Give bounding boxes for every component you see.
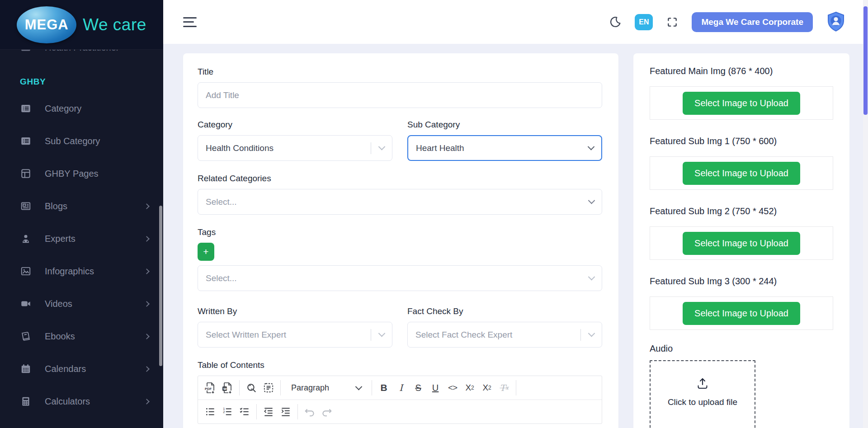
window-scrollbar[interactable]	[863, 0, 868, 428]
related-categories-select[interactable]: Select...	[198, 189, 602, 215]
fact-check-by-label: Fact Check By	[407, 306, 602, 316]
subscript-button[interactable]: X2	[461, 379, 478, 396]
featured-sub-img3-dropzone[interactable]: Select Image to Upload	[650, 296, 833, 330]
sidebar-item-ebooks[interactable]: Ebooks	[0, 320, 163, 353]
strikethrough-button[interactable]: S	[410, 379, 427, 396]
fact-check-by-select[interactable]: Select Fact Check Expert	[407, 322, 602, 348]
window-scrollbar-thumb[interactable]	[863, 6, 868, 115]
sidebar: Health Practitioner GHBY Category Sub Ca…	[0, 0, 163, 428]
svg-text:2: 2	[223, 410, 225, 414]
bold-button[interactable]: B	[375, 379, 392, 396]
calendar-icon	[20, 363, 32, 375]
audio-label: Audio	[650, 343, 833, 354]
italic-button[interactable]: I	[392, 379, 410, 396]
featured-sub-img2-label: Featured Sub Img 2 (750 * 452)	[650, 206, 833, 216]
select-image-upload-button[interactable]: Select Image to Upload	[683, 232, 800, 255]
sidebar-section-ghby: GHBY	[20, 77, 46, 87]
list-card-icon	[20, 135, 32, 147]
add-tag-button[interactable]: +	[198, 243, 214, 261]
select-all-icon[interactable]	[260, 379, 277, 396]
indent-icon[interactable]	[277, 403, 294, 420]
export-pdf-icon[interactable]: PDF	[202, 379, 219, 396]
fact-check-by-placeholder: Select Fact Check Expert	[415, 330, 512, 340]
chevron-right-icon	[144, 268, 150, 274]
tags-label: Tags	[198, 227, 602, 237]
select-image-upload-button[interactable]: Select Image to Upload	[683, 162, 800, 185]
written-by-select[interactable]: Select Written Expert	[198, 322, 392, 348]
tenant-button[interactable]: Mega We Care Corporate	[692, 12, 813, 32]
chevron-right-icon	[144, 203, 150, 209]
toolbar-divider	[516, 380, 516, 395]
chevron-right-icon	[144, 236, 150, 242]
fullscreen-icon[interactable]	[665, 15, 679, 29]
sidebar-item-blogs[interactable]: Blogs	[0, 190, 163, 222]
related-categories-placeholder: Select...	[206, 197, 237, 207]
bullet-list-icon[interactable]	[202, 403, 219, 420]
sidebar-item-calculators[interactable]: Calculators	[0, 385, 163, 418]
toolbar-divider	[256, 404, 257, 419]
sidebar-menu: Category Sub Category GHBY Pages Blogs	[0, 92, 163, 418]
title-input[interactable]	[198, 82, 602, 108]
audio-upload-dropzone[interactable]: Click to upload file	[650, 360, 755, 428]
featured-sub-img1-dropzone[interactable]: Select Image to Upload	[650, 156, 833, 190]
sidebar-item-label: GHBY Pages	[45, 169, 99, 179]
sidebar-item-infographics[interactable]: Infographics	[0, 255, 163, 287]
category-select[interactable]: Health Conditions	[198, 135, 392, 161]
language-badge[interactable]: EN	[635, 14, 653, 30]
redo-icon[interactable]	[318, 403, 335, 420]
underline-button[interactable]: U	[427, 379, 444, 396]
sub-category-select[interactable]: Heart Health	[407, 135, 602, 161]
clear-formatting-button[interactable]: Tx	[495, 379, 513, 396]
featured-main-img-dropzone[interactable]: Select Image to Upload	[650, 86, 833, 120]
check-list-icon[interactable]	[236, 403, 253, 420]
category-label: Category	[198, 120, 392, 130]
code-button[interactable]: <>	[444, 379, 461, 396]
select-image-upload-button[interactable]: Select Image to Upload	[683, 302, 800, 325]
table-of-contents-label: Table of Contents	[198, 360, 602, 370]
sidebar-item-label: Experts	[45, 234, 75, 244]
toolbar-divider	[297, 404, 298, 419]
find-replace-icon[interactable]	[243, 379, 260, 396]
image-icon	[20, 265, 32, 277]
sidebar-item-label: Blogs	[45, 201, 67, 212]
svg-text:PDF: PDF	[205, 387, 212, 391]
sidebar-item-label: Category	[45, 103, 81, 114]
book-icon	[20, 330, 32, 342]
chevron-down-icon	[587, 143, 594, 151]
sidebar-scrollbar-thumb[interactable]	[159, 206, 162, 366]
menu-toggle-icon[interactable]	[183, 17, 197, 27]
user-avatar-shield-icon[interactable]	[826, 11, 846, 33]
outdent-icon[interactable]	[260, 403, 277, 420]
newspaper-icon	[20, 200, 32, 212]
sidebar-item-experts[interactable]: Experts	[0, 222, 163, 255]
numbered-list-icon[interactable]: 12	[219, 403, 236, 420]
export-word-icon[interactable]: W	[219, 379, 236, 396]
sub-category-label: Sub Category	[407, 120, 602, 130]
mega-logo-oval: MEGA	[17, 6, 76, 43]
sidebar-item-label: Videos	[45, 299, 72, 309]
sidebar-item-category[interactable]: Category	[0, 92, 163, 125]
chevron-down-icon	[588, 273, 595, 281]
sidebar-item-ghby-pages[interactable]: GHBY Pages	[0, 157, 163, 190]
sidebar-item-calendars[interactable]: Calendars	[0, 353, 163, 385]
chevron-right-icon	[144, 334, 150, 339]
paragraph-style-value: Paragraph	[291, 383, 329, 393]
sidebar-item-sub-category[interactable]: Sub Category	[0, 125, 163, 157]
chevron-down-icon	[355, 383, 363, 390]
editor-toolbar-row-2: 12	[198, 400, 602, 423]
sidebar-item-label: Infographics	[45, 266, 94, 277]
paragraph-style-dropdown[interactable]: Paragraph	[284, 383, 368, 393]
select-image-upload-button[interactable]: Select Image to Upload	[683, 92, 800, 115]
featured-sub-img3-label: Featured Sub Img 3 (300 * 244)	[650, 276, 833, 287]
undo-icon[interactable]	[301, 403, 318, 420]
category-value: Health Conditions	[206, 143, 274, 153]
logo-text-wecare: We care	[83, 15, 146, 34]
chevron-down-icon	[588, 197, 595, 204]
dark-mode-moon-icon[interactable]	[609, 15, 622, 29]
superscript-button[interactable]: X2	[478, 379, 495, 396]
sidebar-item-videos[interactable]: Videos	[0, 287, 163, 320]
tags-select[interactable]: Select...	[198, 265, 602, 291]
audio-upload-text: Click to upload file	[668, 397, 737, 407]
featured-sub-img2-dropzone[interactable]: Select Image to Upload	[650, 226, 833, 260]
header-actions: EN Mega We Care Corporate	[609, 11, 846, 33]
